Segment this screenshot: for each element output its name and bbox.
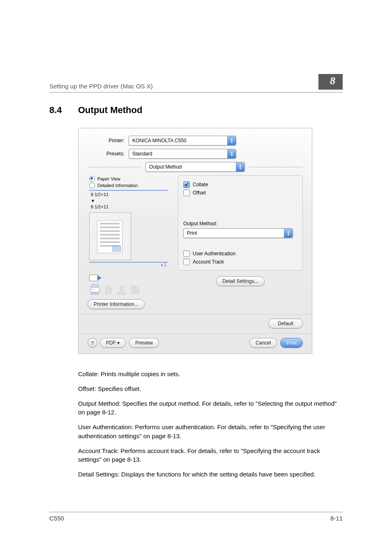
svg-rect-1 [92, 284, 98, 287]
default-button[interactable]: Default [268, 319, 303, 328]
detailed-info-radio[interactable]: Detailed Information [89, 183, 170, 188]
presets-label: Presets: [88, 151, 129, 157]
p-collate: Collate: Prints multiple copies in sets. [78, 370, 341, 379]
print-flow-icon [89, 271, 101, 281]
footer-page: 8-11 [330, 515, 343, 522]
output-method-label: Output Method: [183, 221, 297, 227]
radio-selected-icon [89, 176, 95, 182]
p-offset: Offset: Specifies offset. [78, 384, 341, 393]
account-track-checkbox[interactable]: Account Track [183, 259, 297, 265]
output-method-select[interactable]: Print ▲▼ [183, 228, 293, 238]
p-output-method: Output Method: Specifies the output meth… [78, 399, 341, 417]
pane-select[interactable]: Output Method ▲▼ [145, 162, 245, 172]
breadcrumb: Setting up the PPD driver (Mac OS X) [49, 83, 153, 90]
radio-icon [89, 183, 95, 188]
book-icon [129, 284, 140, 295]
checkbox-icon [183, 190, 190, 196]
cancel-button[interactable]: Cancel [249, 338, 277, 348]
user-icon [116, 284, 127, 295]
help-button[interactable]: ? [88, 338, 97, 348]
paper-size-info: 8 1/2×11 ▼ 8 1/2×11 [89, 190, 168, 210]
p-account-track: Account Track: Performs account track. F… [78, 446, 341, 465]
svg-rect-4 [106, 289, 111, 294]
printer-select[interactable]: KONICA MINOLTA C550 ▲▼ [129, 136, 236, 146]
collate-checkbox[interactable]: Collate [183, 181, 297, 188]
p-user-auth: User Authentication: Performs user authe… [78, 423, 341, 441]
section-title: Output Method [78, 105, 142, 116]
checkbox-icon [183, 250, 190, 257]
preview-button[interactable]: Preview [129, 338, 159, 348]
output-options-group: Collate Offset Output Method: Print ▲▼ [178, 175, 303, 271]
arrow-down-icon: ▼ [91, 199, 95, 203]
svg-point-5 [120, 286, 124, 290]
chevron-updown-icon: ▲▼ [227, 136, 236, 145]
detail-settings-button[interactable]: Detail Settings... [216, 276, 264, 286]
checkbox-checked-icon [183, 181, 190, 188]
checkbox-icon [183, 259, 190, 265]
paper-view-radio[interactable]: Paper View [89, 176, 170, 182]
copy-count: x 1 [89, 262, 168, 267]
chevron-updown-icon: ▲▼ [236, 162, 244, 171]
svg-rect-2 [92, 293, 98, 294]
section-number: 8.4 [49, 105, 78, 116]
print-button[interactable]: Print [280, 338, 303, 348]
copier-icon [89, 284, 101, 295]
p-detail-settings: Detail Settings: Displays the functions … [78, 470, 341, 479]
chapter-number: 8 [318, 74, 343, 90]
pdf-button[interactable]: PDF ▾ [100, 338, 126, 348]
footer-model: C550 [49, 515, 64, 522]
presets-select[interactable]: Standard ▲▼ [129, 149, 236, 159]
print-dialog: Printer: KONICA MINOLTA C550 ▲▼ Presets:… [78, 128, 312, 354]
printer-label: Printer: [88, 138, 129, 143]
chevron-updown-icon: ▲▼ [284, 229, 293, 238]
page-preview [89, 213, 131, 260]
user-authentication-checkbox[interactable]: User Authentication [183, 250, 297, 257]
printer-information-button[interactable]: Printer Information... [88, 299, 145, 309]
body-text: Collate: Prints multiple copies in sets.… [78, 370, 341, 479]
offset-checkbox[interactable]: Offset [183, 190, 297, 196]
lock-icon [103, 284, 114, 295]
svg-point-3 [92, 289, 93, 290]
chevron-updown-icon: ▲▼ [227, 149, 236, 158]
